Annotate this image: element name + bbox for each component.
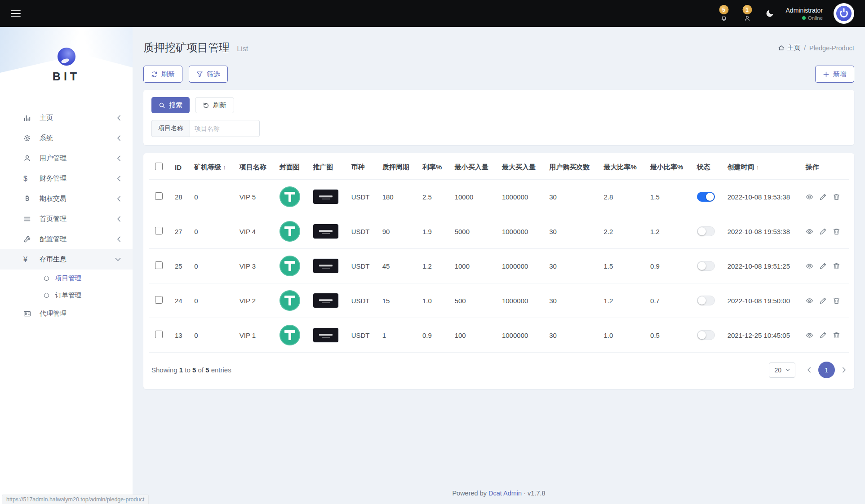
chevron-left-icon: [117, 135, 121, 141]
prev-page-button[interactable]: [807, 367, 811, 373]
row-checkbox[interactable]: [155, 227, 163, 234]
edit-button[interactable]: [819, 227, 827, 235]
cover-image[interactable]: [279, 256, 300, 276]
delete-button[interactable]: [832, 227, 840, 235]
cell-miner-level: 0: [189, 283, 234, 318]
user-block[interactable]: Administrator Online: [786, 7, 823, 21]
cover-image[interactable]: [279, 290, 300, 311]
bell-icon: [721, 15, 727, 22]
sort-asc-icon: ↑: [756, 164, 759, 171]
sidebar-item-finance-management[interactable]: $ 财务管理: [0, 168, 133, 189]
sidebar-subitem-order-management[interactable]: 订单管理: [0, 287, 133, 304]
add-button[interactable]: 新增: [815, 66, 854, 83]
toolbar: 刷新 筛选 新增: [143, 66, 854, 83]
row-checkbox[interactable]: [155, 261, 163, 269]
table-row: 13 0 VIP 1 USDT 1 0.9 100 1000000 30 1.0…: [149, 318, 849, 353]
status-toggle[interactable]: [697, 330, 715, 340]
messages-button[interactable]: 1: [741, 5, 754, 22]
row-actions: [805, 227, 843, 235]
column-header: 最小买入量: [449, 155, 497, 180]
column-header: 最小比率%: [645, 155, 692, 180]
sidebar-subitem-project-management[interactable]: 项目管理: [0, 270, 133, 287]
online-status: Online: [786, 15, 823, 21]
dcat-admin-link[interactable]: Dcat Admin: [488, 490, 522, 497]
refresh-button[interactable]: 刷新: [143, 66, 182, 83]
row-checkbox[interactable]: [155, 296, 163, 304]
promo-image[interactable]: [313, 259, 338, 273]
pagination: 20 1: [769, 362, 846, 378]
cell-max-ratio: 2.8: [599, 180, 645, 214]
project-name-input[interactable]: [190, 120, 260, 137]
view-button[interactable]: [805, 262, 813, 270]
row-checkbox[interactable]: [155, 192, 163, 200]
cell-created-at: 2022-10-08 19:53:38: [722, 180, 800, 214]
promo-image[interactable]: [313, 328, 338, 342]
delete-button[interactable]: [832, 296, 840, 305]
edit-button[interactable]: [819, 331, 827, 339]
sort-asc-icon: ↑: [223, 164, 226, 171]
view-button[interactable]: [805, 331, 813, 339]
view-button[interactable]: [805, 227, 813, 235]
cover-image[interactable]: [279, 325, 300, 345]
status-toggle[interactable]: [697, 261, 715, 271]
cell-rate: 1.9: [417, 214, 449, 249]
sidebar-item-user-management[interactable]: 用户管理: [0, 148, 133, 168]
cell-pledge-period: 45: [377, 249, 417, 283]
cell-id: 25: [169, 249, 189, 283]
current-page-button[interactable]: 1: [818, 362, 835, 378]
promo-image[interactable]: [313, 224, 338, 239]
sidebar-item-agent-management[interactable]: 代理管理: [0, 304, 133, 324]
status-toggle[interactable]: [697, 226, 715, 236]
sidebar-item-system[interactable]: 系统: [0, 128, 133, 148]
cell-rate: 1.0: [417, 283, 449, 318]
cell-rate: 0.9: [417, 318, 449, 353]
view-button[interactable]: [805, 193, 813, 201]
cell-created-at: 2022-10-08 19:51:25: [722, 249, 800, 283]
filter-button[interactable]: 筛选: [189, 66, 228, 83]
reset-refresh-button[interactable]: 刷新: [195, 97, 234, 113]
column-header[interactable]: 创建时间↑: [722, 155, 800, 180]
sidebar-item-homepage-management[interactable]: 首页管理: [0, 209, 133, 229]
edit-button[interactable]: [819, 262, 827, 270]
cover-image[interactable]: [279, 186, 300, 207]
status-toggle[interactable]: [697, 192, 715, 202]
cell-min-buy: 1000: [449, 249, 497, 283]
cell-rate: 1.2: [417, 249, 449, 283]
user-avatar[interactable]: [834, 3, 854, 24]
sidebar-item-coin-interest[interactable]: ¥ 存币生息: [0, 249, 133, 270]
edit-button[interactable]: [819, 193, 827, 201]
column-header[interactable]: 矿机等级↑: [189, 155, 234, 180]
row-checkbox[interactable]: [155, 331, 163, 338]
search-button[interactable]: 搜索: [151, 97, 190, 113]
theme-toggle-button[interactable]: [764, 8, 775, 19]
filter-buttons: 搜索 刷新: [151, 97, 846, 113]
table-body: 28 0 VIP 5 USDT 180 2.5 10000 1000000 30…: [149, 180, 849, 353]
edit-button[interactable]: [819, 296, 827, 305]
circle-icon: [44, 293, 49, 298]
menu-toggle-button[interactable]: [11, 10, 21, 17]
cell-created-at: 2022-10-08 19:50:00: [722, 283, 800, 318]
message-badge: 1: [742, 5, 752, 14]
cover-image[interactable]: [279, 221, 300, 242]
delete-button[interactable]: [832, 331, 840, 339]
promo-image[interactable]: [313, 293, 338, 308]
chevron-left-icon: [807, 367, 811, 373]
promo-image[interactable]: [313, 190, 338, 204]
breadcrumb-home-link[interactable]: 主页: [778, 44, 800, 52]
sidebar-item-home[interactable]: 主页: [0, 108, 133, 128]
moon-icon: [765, 9, 774, 18]
column-header: 用户购买次数: [544, 155, 598, 180]
sidebar-item-config-management[interactable]: 配置管理: [0, 229, 133, 249]
select-all-checkbox[interactable]: [155, 163, 163, 170]
delete-button[interactable]: [832, 262, 840, 270]
next-page-button[interactable]: [842, 367, 846, 373]
page-size-select[interactable]: 20: [769, 363, 795, 378]
view-button[interactable]: [805, 296, 813, 305]
chevron-down-icon: [115, 257, 121, 261]
delete-button[interactable]: [832, 193, 840, 201]
page-header: 质押挖矿项目管理 List 主页 / Pledge-Product: [143, 40, 854, 55]
sidebar-item-options-trading[interactable]: 期权交易: [0, 189, 133, 209]
notifications-button[interactable]: 5: [718, 5, 730, 22]
main-content: 质押挖矿项目管理 List 主页 / Pledge-Product 刷新 筛选: [133, 27, 865, 504]
status-toggle[interactable]: [697, 296, 715, 305]
